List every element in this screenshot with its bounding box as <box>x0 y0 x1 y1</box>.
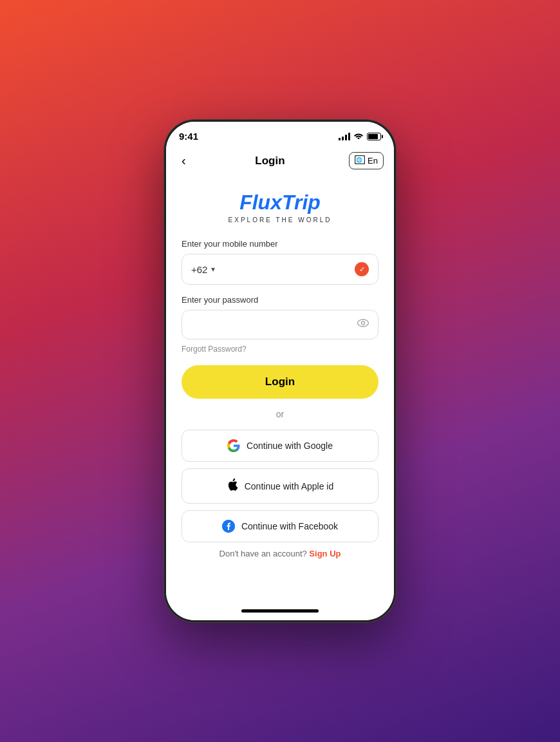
chevron-down-icon: ▾ <box>211 265 215 274</box>
password-input[interactable] <box>191 318 357 331</box>
mobile-label: Enter your mobile number <box>182 239 378 249</box>
status-time: 9:41 <box>179 131 198 142</box>
phone-frame: 9:41 ‹ Login <box>164 120 396 622</box>
phone-input-wrapper[interactable]: +62 ▾ ✓ <box>182 254 378 285</box>
login-button[interactable]: Login <box>182 365 378 399</box>
apple-login-button[interactable]: Continue with Apple id <box>182 468 378 504</box>
language-button[interactable]: 🌐 En <box>349 152 384 169</box>
forgot-password-link[interactable]: Forgott Password? <box>182 345 378 354</box>
no-account-text: Don't have an account? <box>219 549 307 558</box>
main-content: FluxTrip EXPLORE THE WORLD Enter your mo… <box>166 178 394 604</box>
nav-bar: ‹ Login 🌐 En <box>166 146 394 178</box>
signup-text: Don't have an account? Sign Up <box>182 549 378 558</box>
app-name: FluxTrip <box>229 191 332 214</box>
app-tagline: EXPLORE THE WORLD <box>229 216 332 224</box>
signal-icon <box>339 133 350 140</box>
language-icon: 🌐 <box>355 155 365 166</box>
status-bar: 9:41 <box>166 122 394 146</box>
language-label: En <box>368 156 378 166</box>
google-login-button[interactable]: Continue with Google <box>182 430 378 462</box>
wifi-icon <box>353 131 364 141</box>
page-title: Login <box>255 155 285 167</box>
logo-container: FluxTrip EXPLORE THE WORLD <box>229 191 332 224</box>
login-form: Enter your mobile number +62 ▾ ✓ Enter y… <box>182 239 378 558</box>
facebook-icon <box>222 520 235 533</box>
home-bar <box>241 609 319 613</box>
status-icons <box>339 131 381 141</box>
apple-icon <box>227 478 238 494</box>
facebook-login-button[interactable]: Continue with Facebook <box>182 510 378 542</box>
eye-icon[interactable] <box>357 319 369 330</box>
signup-link[interactable]: Sign Up <box>309 549 341 558</box>
password-label: Enter your password <box>182 295 378 305</box>
facebook-button-label: Continue with Facebook <box>241 521 338 531</box>
password-input-wrapper <box>182 310 378 339</box>
country-code: +62 <box>191 264 207 275</box>
svg-text:🌐: 🌐 <box>356 157 362 163</box>
phone-code[interactable]: +62 ▾ <box>191 264 215 275</box>
check-icon: ✓ <box>355 262 369 276</box>
battery-icon <box>367 133 381 140</box>
apple-button-label: Continue with Apple id <box>245 481 334 491</box>
svg-point-2 <box>362 321 365 325</box>
home-indicator <box>166 604 394 620</box>
google-button-label: Continue with Google <box>247 441 333 451</box>
or-divider: or <box>182 409 378 419</box>
back-button[interactable]: ‹ <box>176 151 191 171</box>
google-icon <box>227 439 240 452</box>
